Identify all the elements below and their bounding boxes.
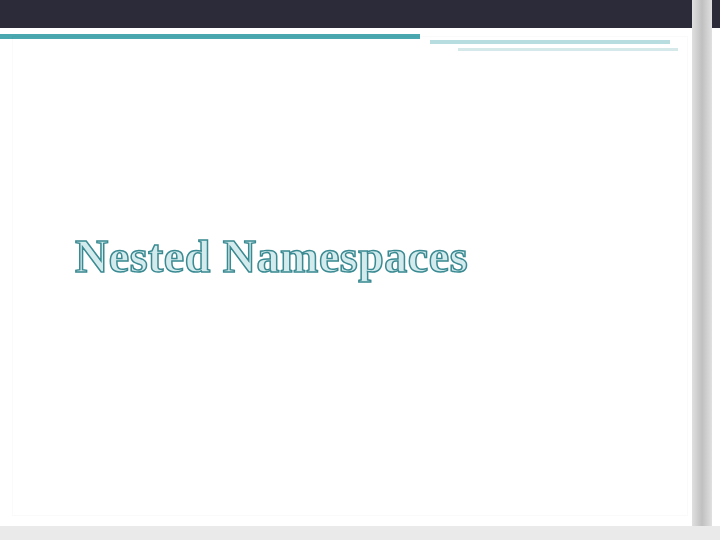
right-margin-stripe xyxy=(692,0,712,540)
footer-bar xyxy=(0,526,720,540)
slide-title: Nested Namespaces xyxy=(75,230,468,283)
header-bar xyxy=(0,0,720,28)
